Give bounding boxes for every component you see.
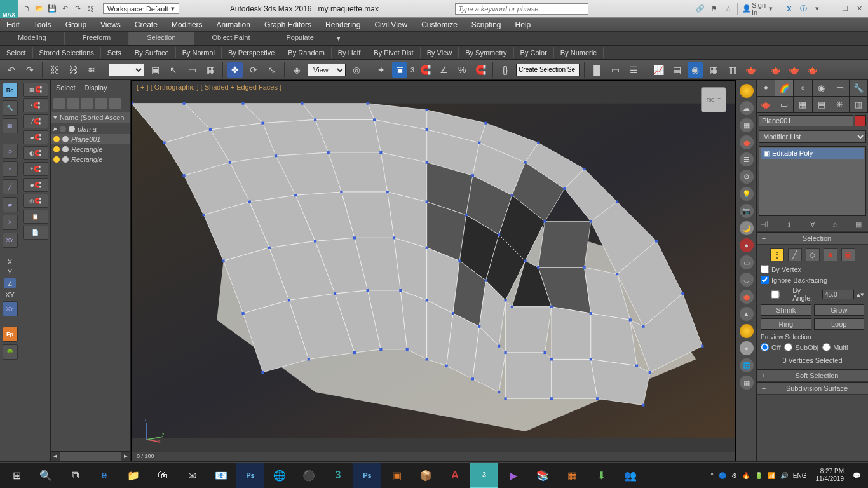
use-center-button[interactable]: ◎: [349, 62, 364, 78]
render-active-button[interactable]: 🫖: [804, 62, 820, 78]
redo-icon[interactable]: ↷: [72, 4, 83, 14]
schematic-button[interactable]: ▤: [669, 62, 684, 78]
grow-button[interactable]: Grow: [814, 304, 865, 316]
tray-icon[interactable]: 🔵: [719, 472, 726, 479]
sub4-icon[interactable]: ▤: [813, 97, 831, 112]
coord-system-dropdown[interactable]: View: [308, 64, 346, 76]
tree-icon[interactable]: 🌳: [3, 344, 18, 360]
align-button[interactable]: ▭: [607, 62, 623, 78]
sel-select[interactable]: Select: [0, 47, 33, 58]
sun-icon[interactable]: [740, 324, 754, 338]
snap-center-icon[interactable]: ◎🧲: [23, 194, 48, 208]
preview-multi-radio[interactable]: Multi: [822, 343, 848, 351]
undo-button[interactable]: ↶: [4, 62, 19, 78]
sel-byrandom[interactable]: By Random: [281, 47, 331, 58]
sel-sets[interactable]: Sets: [101, 47, 128, 58]
max-logo-icon[interactable]: 3: [324, 463, 352, 488]
sub2-icon[interactable]: ▭: [775, 97, 794, 112]
office-icon[interactable]: 📧: [207, 463, 235, 488]
ignore-backfacing-checkbox[interactable]: Ignore Backfacing: [761, 276, 864, 284]
sel-byview[interactable]: By View: [421, 47, 459, 58]
list-icon[interactable]: ☰: [740, 152, 754, 166]
spinner-arrows-icon[interactable]: ▴▾: [857, 290, 864, 299]
taskview-icon[interactable]: ⧉: [61, 463, 89, 488]
visibility-icon[interactable]: [53, 146, 60, 152]
explorer-icon[interactable]: 📁: [119, 463, 147, 488]
pin-stack-icon[interactable]: ⊣⊢: [761, 219, 772, 229]
kettle-icon[interactable]: 🫖: [740, 290, 754, 304]
render-frame-button[interactable]: ▥: [724, 62, 740, 78]
fp-tool-icon[interactable]: Fp: [3, 327, 18, 342]
save-icon[interactable]: 💾: [47, 4, 57, 14]
loop-button[interactable]: Loop: [814, 318, 865, 330]
camera-icon[interactable]: 📷: [740, 204, 754, 218]
exchange-icon[interactable]: X: [784, 4, 794, 14]
select-object-button[interactable]: ▣: [147, 62, 163, 78]
tab-objectpaint[interactable]: Object Paint: [194, 32, 269, 45]
maximize-button[interactable]: ☐: [840, 4, 850, 14]
menu-modifiers[interactable]: Modifiers: [172, 20, 203, 29]
render-setup-button[interactable]: ▦: [706, 62, 721, 78]
by-vertex-checkbox[interactable]: By Vertex: [761, 265, 864, 273]
store-icon[interactable]: 🛍: [149, 463, 177, 488]
vs-icon[interactable]: ▶: [499, 463, 527, 488]
object-name-input[interactable]: [759, 115, 853, 126]
create-tab[interactable]: ✦: [757, 80, 775, 96]
select-arrow-button[interactable]: ↖: [166, 62, 181, 78]
rotate-button[interactable]: ⟳: [246, 62, 261, 78]
motion-tab[interactable]: ◉: [813, 80, 831, 96]
unlink-button[interactable]: ⛓̸: [65, 62, 81, 78]
menu-group[interactable]: Group: [65, 20, 86, 29]
vertex-tool-icon[interactable]: ▫: [3, 161, 18, 177]
search-taskbar-icon[interactable]: 🔍: [32, 463, 60, 488]
scene-filter3-icon[interactable]: [81, 98, 93, 109]
volume-icon[interactable]: 🔊: [780, 472, 788, 479]
make-unique-icon[interactable]: ∀: [807, 219, 818, 229]
show-result-icon[interactable]: ℹ: [783, 219, 795, 229]
light-icon[interactable]: 💡: [740, 187, 754, 201]
element-subobj-button[interactable]: ▣: [841, 248, 855, 261]
curve-editor-button[interactable]: 📈: [651, 62, 666, 78]
shrink-button[interactable]: Shrink: [761, 304, 811, 316]
snap-toggle-button[interactable]: 🧲: [417, 62, 433, 78]
close-button[interactable]: ✕: [854, 4, 864, 14]
mail-icon[interactable]: ✉: [178, 463, 206, 488]
tab-selection[interactable]: Selection: [129, 32, 194, 45]
configure-icon[interactable]: ▦: [853, 219, 864, 229]
edge-subobj-button[interactable]: ╱: [788, 248, 802, 261]
display-icon[interactable]: ▭: [740, 255, 754, 269]
viewcube[interactable]: RIGHT: [701, 87, 726, 112]
select-region-button[interactable]: ▭: [184, 62, 200, 78]
named-selset-input[interactable]: [516, 64, 580, 76]
snap-mid-icon[interactable]: ◐🧲: [23, 146, 48, 160]
menu-edit[interactable]: Edit: [6, 20, 20, 29]
edge-tool-icon[interactable]: ╱: [3, 179, 18, 194]
copy-button[interactable]: 📋: [23, 210, 48, 224]
border-subobj-button[interactable]: ◇: [806, 248, 820, 261]
new-icon[interactable]: 🗋: [22, 4, 32, 14]
render-iter-button[interactable]: 🫖: [786, 62, 801, 78]
menu-tools[interactable]: Tools: [34, 20, 51, 29]
viewport[interactable]: [ + ] [ Orthographic ] [ Shaded + Edged …: [131, 80, 736, 461]
hierarchy-tab[interactable]: ⌖: [794, 80, 812, 96]
app-logo[interactable]: MAX: [0, 0, 18, 18]
mod-tool-icon[interactable]: ✳: [3, 215, 18, 230]
scene-filter4-icon[interactable]: [95, 98, 107, 109]
open-icon[interactable]: 📂: [34, 4, 44, 14]
angle-snap-button[interactable]: ∠: [436, 62, 451, 78]
search-input[interactable]: [455, 3, 588, 15]
gear-icon[interactable]: ⚙: [740, 170, 754, 184]
scene-list-header[interactable]: ▾Name (Sorted Ascen: [51, 112, 130, 123]
modify-tab[interactable]: 🌈: [775, 80, 794, 96]
checker-icon[interactable]: ▦: [740, 376, 754, 390]
face-tool-icon[interactable]: ▰: [3, 197, 18, 212]
subscription-icon[interactable]: ⚑: [709, 4, 719, 14]
subdiv-rollout-header[interactable]: −Subdivision Surface: [757, 382, 868, 395]
signin-button[interactable]: 👤 Sign In▾: [737, 3, 780, 15]
menu-create[interactable]: Create: [135, 20, 158, 29]
edge-icon[interactable]: e: [90, 463, 118, 488]
teapot-icon[interactable]: 🫖: [740, 135, 754, 149]
axis-z-label[interactable]: Z: [4, 278, 16, 288]
teams-icon[interactable]: 👥: [616, 463, 644, 488]
snap-grid-icon[interactable]: ▦🧲: [23, 83, 48, 97]
